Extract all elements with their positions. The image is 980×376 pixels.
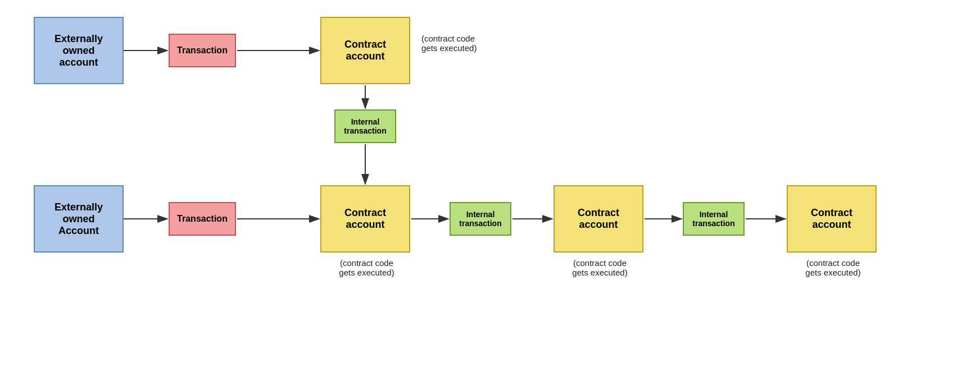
row2-internal-tx1-box: Internal transaction [450, 202, 511, 236]
diagram: Externally owned account Transaction Con… [0, 0, 980, 376]
row1-eoa-box: Externally owned account [34, 17, 124, 84]
row1-contract1-caption: (contract code gets executed) [421, 34, 545, 53]
row1-transaction-label: Transaction [177, 45, 228, 56]
row2-contract2-caption: (contract code gets executed) [553, 258, 646, 277]
row2-internal-tx2-box: Internal transaction [683, 202, 745, 236]
row2-contract2-label: Contract account [578, 207, 619, 231]
row2-eoa-box: Externally owned Account [34, 185, 124, 253]
row1-internal-tx-label: Internal transaction [344, 117, 386, 135]
row2-contract2-box: Contract account [553, 185, 643, 253]
row1-contract1-box: Contract account [320, 17, 410, 84]
row2-internal-tx2-label: Internal transaction [692, 210, 734, 228]
row2-transaction-box: Transaction [169, 202, 236, 236]
row1-contract1-label: Contract account [344, 39, 386, 62]
row2-contract1-box: Contract account [320, 185, 410, 253]
row2-contract1-caption: (contract code gets executed) [320, 258, 413, 277]
row2-contract3-caption: (contract code gets executed) [787, 258, 879, 277]
row2-eoa-label: Externally owned Account [55, 201, 103, 237]
row2-contract3-label: Contract account [811, 207, 852, 231]
row1-transaction-box: Transaction [169, 34, 236, 67]
row2-internal-tx1-label: Internal transaction [459, 210, 501, 228]
row2-contract1-label: Contract account [344, 207, 386, 231]
row1-internal-tx-box: Internal transaction [334, 109, 396, 143]
row1-eoa-label: Externally owned account [55, 33, 103, 68]
row2-transaction-label: Transaction [177, 214, 228, 224]
row2-contract3-box: Contract account [787, 185, 877, 253]
